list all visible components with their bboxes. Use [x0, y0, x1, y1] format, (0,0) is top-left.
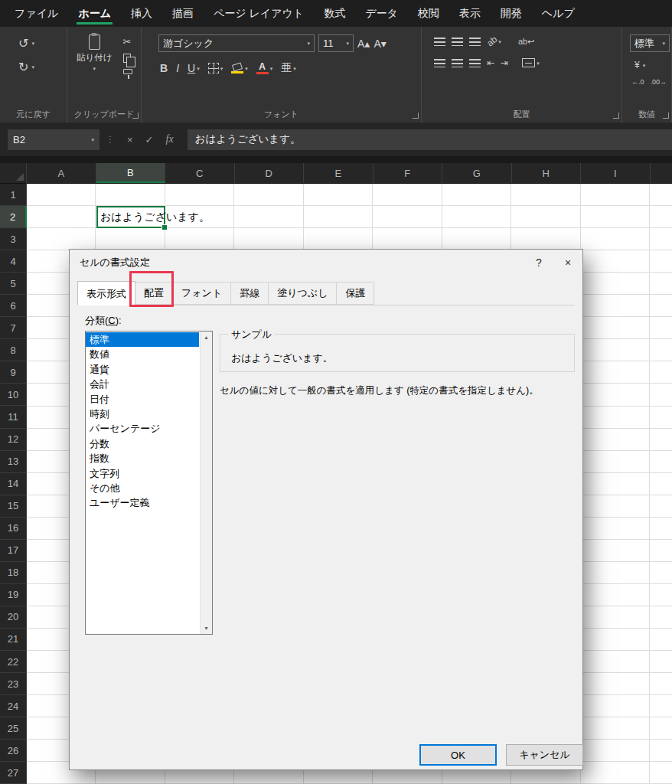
row-header-7[interactable]: 7: [0, 317, 27, 339]
listbox-scrollbar[interactable]: ▴ ▾: [200, 332, 212, 634]
row-header-14[interactable]: 14: [0, 473, 27, 495]
row-header-12[interactable]: 12: [0, 429, 27, 451]
row-header-27[interactable]: 27: [0, 762, 27, 784]
category-general[interactable]: 標準: [86, 332, 199, 347]
row-header-4[interactable]: 4: [0, 250, 27, 273]
row-header-21[interactable]: 21: [0, 629, 27, 651]
fill-color-button[interactable]: ▾: [231, 64, 248, 74]
cut-button[interactable]: ✂: [123, 36, 132, 47]
format-painter-button[interactable]: [123, 69, 132, 74]
underline-button[interactable]: U: [188, 62, 195, 74]
row-header-23[interactable]: 23: [0, 673, 27, 695]
wrap-text-button[interactable]: ab↩: [518, 37, 534, 47]
row-header-11[interactable]: 11: [0, 406, 27, 428]
ribbon-tab-data[interactable]: データ: [355, 0, 408, 27]
column-header-C[interactable]: C: [165, 163, 235, 183]
category-text[interactable]: 文字列: [86, 466, 199, 481]
merge-center-button[interactable]: ▾: [514, 58, 540, 67]
row-header-9[interactable]: 9: [0, 361, 27, 384]
row-header-5[interactable]: 5: [0, 273, 27, 295]
font-name-combo[interactable]: 游ゴシック ▾: [158, 34, 315, 52]
ok-button[interactable]: OK: [419, 744, 497, 766]
ribbon-tab-formulas[interactable]: 数式: [314, 0, 355, 27]
redo-button[interactable]: ↻▾: [18, 60, 65, 74]
undo-button[interactable]: ↺▾: [18, 36, 65, 51]
column-header-F[interactable]: F: [374, 163, 443, 183]
dialog-help-button[interactable]: ?: [524, 250, 553, 276]
orientation-button[interactable]: ab ▾: [487, 36, 501, 47]
font-dialog-launcher-icon[interactable]: [413, 113, 419, 119]
number-dialog-launcher-icon[interactable]: [663, 113, 669, 119]
name-box[interactable]: B2 ▾: [8, 129, 99, 150]
ribbon-tab-page-layout[interactable]: ページ レイアウト: [204, 0, 314, 27]
ribbon-tab-file[interactable]: ファイル: [5, 0, 68, 27]
scroll-down-icon[interactable]: ▾: [204, 625, 207, 632]
alignment-dialog-launcher-icon[interactable]: [613, 113, 619, 119]
ribbon-tab-insert[interactable]: 挿入: [121, 0, 162, 27]
shrink-font-button[interactable]: A▾: [374, 38, 386, 50]
scroll-up-icon[interactable]: ▴: [204, 334, 207, 341]
column-header-B[interactable]: B: [96, 163, 166, 183]
dialog-tab-protection[interactable]: 保護: [336, 282, 374, 305]
cancel-entry-icon[interactable]: ×: [127, 134, 133, 145]
cancel-button[interactable]: キャンセル: [506, 744, 583, 766]
italic-button[interactable]: I: [176, 62, 179, 74]
ribbon-tab-developer[interactable]: 開発: [491, 0, 532, 27]
ribbon-tab-review[interactable]: 校閲: [408, 0, 449, 27]
column-header-G[interactable]: G: [442, 163, 512, 183]
paste-button[interactable]: 貼り付け ▾: [69, 30, 117, 74]
grow-font-button[interactable]: A▴: [357, 38, 370, 50]
decrease-decimal-button[interactable]: .00→: [651, 78, 667, 86]
copy-button[interactable]: [123, 54, 131, 63]
row-header-6[interactable]: 6: [0, 295, 27, 317]
decrease-indent-button[interactable]: ⇤: [487, 57, 494, 68]
category-custom[interactable]: ユーザー定義: [86, 495, 199, 510]
currency-format-button[interactable]: ¥: [634, 60, 640, 70]
number-format-combo[interactable]: 標準 ▾: [630, 34, 670, 52]
font-color-button[interactable]: A ▾: [256, 63, 273, 74]
align-top-button[interactable]: [434, 38, 445, 46]
column-header-I[interactable]: I: [581, 163, 651, 183]
row-header-13[interactable]: 13: [0, 451, 27, 473]
category-number[interactable]: 数値: [86, 347, 199, 361]
row-header-18[interactable]: 18: [0, 562, 27, 584]
row-header-2[interactable]: 2: [0, 206, 27, 228]
dialog-tab-number[interactable]: 表示形式: [77, 281, 135, 305]
category-scientific[interactable]: 指数: [86, 451, 199, 466]
category-special[interactable]: その他: [86, 481, 199, 495]
row-header-26[interactable]: 26: [0, 740, 27, 762]
ribbon-tab-draw[interactable]: 描画: [162, 0, 204, 27]
row-header-10[interactable]: 10: [0, 384, 27, 406]
dialog-close-icon[interactable]: ×: [553, 250, 582, 276]
align-left-button[interactable]: [434, 59, 445, 67]
row-header-19[interactable]: 19: [0, 584, 27, 606]
dialog-tab-fill[interactable]: 塗りつぶし: [268, 282, 337, 305]
row-header-25[interactable]: 25: [0, 717, 27, 740]
increase-indent-button[interactable]: ⇥: [501, 57, 508, 68]
clipboard-dialog-launcher-icon[interactable]: [132, 113, 139, 119]
dialog-tab-font[interactable]: フォント: [172, 282, 231, 305]
align-center-button[interactable]: [452, 59, 463, 67]
ribbon-tab-home[interactable]: ホーム: [68, 0, 121, 27]
category-fraction[interactable]: 分数: [86, 436, 199, 451]
bold-button[interactable]: B: [160, 62, 168, 74]
category-currency[interactable]: 通貨: [86, 362, 199, 377]
formula-bar-handle[interactable]: ⋮: [106, 134, 115, 145]
increase-decimal-button[interactable]: ←.0: [631, 78, 644, 86]
category-percentage[interactable]: パーセンテージ: [86, 421, 199, 436]
category-accounting[interactable]: 会計: [86, 377, 199, 391]
column-header-A[interactable]: A: [27, 163, 96, 183]
row-header-3[interactable]: 3: [0, 228, 27, 250]
enter-icon[interactable]: ✓: [145, 134, 154, 145]
ribbon-tab-view[interactable]: 表示: [449, 0, 491, 27]
row-header-8[interactable]: 8: [0, 339, 27, 361]
dialog-tab-border[interactable]: 罫線: [230, 282, 269, 305]
category-time[interactable]: 時刻: [86, 407, 199, 421]
borders-button[interactable]: ▾: [208, 63, 223, 74]
row-header-20[interactable]: 20: [0, 606, 27, 629]
row-header-22[interactable]: 22: [0, 651, 27, 673]
column-header-D[interactable]: D: [235, 163, 305, 183]
font-size-combo[interactable]: 11 ▾: [318, 34, 354, 52]
row-header-17[interactable]: 17: [0, 540, 27, 562]
column-header-E[interactable]: E: [304, 163, 374, 183]
